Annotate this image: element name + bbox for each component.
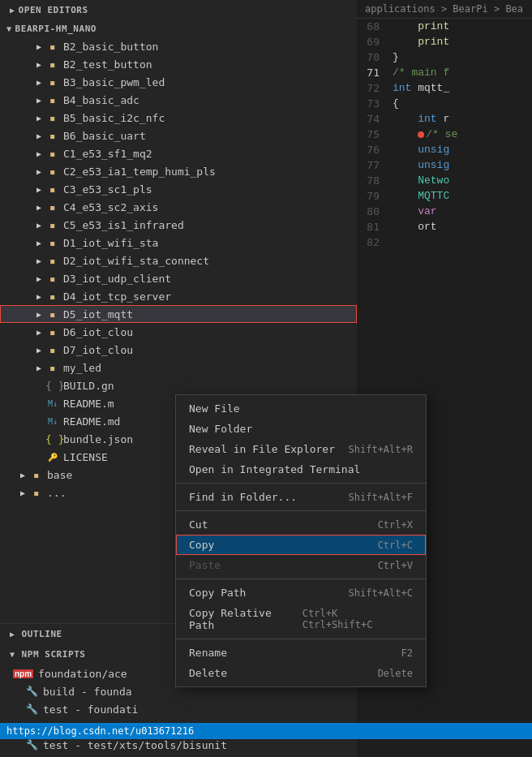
- tree-item-label: D3_iot_udp_client: [63, 273, 171, 285]
- folder-icon: ▪: [45, 166, 60, 178]
- chevron-icon: ▶: [32, 310, 45, 319]
- chevron-down-icon: ▼: [10, 650, 15, 659]
- tree-item-label: C4_e53_sc2_axis: [63, 201, 158, 213]
- ctx-find-folder[interactable]: Find in Folder... Shift+Alt+F: [176, 487, 357, 507]
- ctx-reveal-explorer[interactable]: Reveal in File Explorer Shift+Alt+R: [176, 439, 357, 459]
- tree-item-label: base: [47, 469, 72, 481]
- line-num: 69: [363, 34, 380, 49]
- chevron-right-icon: ▶: [10, 6, 15, 15]
- ctx-label: Copy Path: [189, 587, 246, 599]
- tree-item-build-gn[interactable]: ▶ { } BUILD.gn: [0, 376, 357, 394]
- chevron-icon: ▶: [32, 346, 45, 355]
- ctx-separator-2: [176, 510, 357, 511]
- folder-icon: ▪: [45, 94, 60, 106]
- code-line-70: }: [393, 49, 526, 65]
- tree-item-C1[interactable]: ▶ ▪ C1_e53_sf1_mq2: [0, 144, 357, 162]
- chevron-icon: ▶: [32, 114, 45, 123]
- breakpoint-dot: [418, 131, 424, 138]
- ctx-shortcut: Shift+Alt+R: [349, 444, 357, 455]
- code-line-77: /* se: [393, 127, 526, 142]
- chevron-icon: ▶: [32, 167, 45, 176]
- tree-item-B6[interactable]: ▶ ▪ B6_basic_uart: [0, 127, 357, 144]
- npm-test-foundation[interactable]: 🔧 test - foundati: [0, 700, 357, 718]
- code-line-68: print: [393, 19, 526, 34]
- npm-script-label: build - founda: [43, 686, 132, 698]
- tree-item-C2[interactable]: ▶ ▪ C2_e53_ia1_temp_humi_pls: [0, 162, 357, 180]
- chevron-icon: ▶: [32, 96, 45, 105]
- ctx-label: Rename: [189, 647, 227, 659]
- tree-item-C5[interactable]: ▶ ▪ C5_e53_is1_infrared: [0, 216, 357, 234]
- file-icon: 🔑: [45, 453, 60, 462]
- folder-icon: ▪: [45, 308, 60, 320]
- tree-item-my-led[interactable]: ▶ ▪ my_led: [0, 359, 357, 376]
- ctx-rename[interactable]: Rename F2: [176, 643, 357, 663]
- tree-item-C4[interactable]: ▶ ▪ C4_e53_sc2_axis: [0, 198, 357, 216]
- tree-item-D4[interactable]: ▶ ▪ D4_iot_tcp_server: [0, 287, 357, 305]
- ctx-label: Paste: [189, 559, 221, 571]
- line-num: 70: [363, 49, 380, 65]
- ctx-label: Cut: [189, 518, 208, 531]
- ctx-new-file[interactable]: New File: [176, 398, 357, 419]
- tree-item-D7[interactable]: ▶ ▪ D7_iot_clou: [0, 341, 357, 359]
- folder-icon: ▪: [29, 487, 44, 499]
- tree-item-B4[interactable]: ▶ ▪ B4_basic_adc: [0, 91, 357, 109]
- tree-item-C3[interactable]: ▶ ▪ C3_e53_sc1_pls: [0, 180, 357, 198]
- tree-item-label: D1_iot_wifi_sta: [63, 237, 158, 249]
- ctx-cut[interactable]: Cut Ctrl+X: [176, 514, 357, 535]
- ctx-separator-1: [176, 483, 357, 484]
- folder-icon: ▪: [45, 41, 60, 53]
- ctx-delete[interactable]: Delete Delete: [176, 663, 357, 683]
- project-header[interactable]: ▼ BEARPI-HM_NANO: [0, 20, 357, 37]
- folder-icon: ▪: [45, 219, 60, 231]
- tree-item-label: D4_iot_tcp_server: [63, 290, 171, 303]
- tree-item-label: B4_basic_adc: [63, 94, 139, 106]
- ctx-open-terminal[interactable]: Open in Integrated Terminal: [176, 459, 357, 480]
- folder-icon: ▪: [45, 130, 60, 142]
- tree-item-D3[interactable]: ▶ ▪ D3_iot_udp_client: [0, 269, 357, 287]
- ctx-shortcut: Ctrl+K Ctrl+Shift+C: [302, 608, 357, 630]
- ctx-label: Copy Relative Path: [189, 607, 302, 631]
- tree-item-B2-test-button[interactable]: ▶ ▪ B2_test_button: [0, 55, 357, 73]
- npm-script-label: test - test/xts/tools/bisunit: [43, 739, 227, 751]
- line-num: 74: [363, 111, 380, 127]
- code-line-73: int mqtt_: [393, 80, 526, 96]
- ctx-label: Delete: [189, 667, 227, 679]
- chevron-icon: ▶: [32, 292, 45, 301]
- tree-item-D1[interactable]: ▶ ▪ D1_iot_wifi_sta: [0, 234, 357, 252]
- wrench-icon: 🔧: [26, 703, 38, 715]
- ctx-copy-path[interactable]: Copy Path Shift+Alt+C: [176, 583, 357, 603]
- tree-item-label: README.m: [63, 398, 114, 410]
- tree-item-B3[interactable]: ▶ ▪ B3_basic_pwm_led: [0, 73, 357, 91]
- npm-script-label: test - foundati: [43, 703, 138, 716]
- folder-icon: ▪: [45, 344, 60, 356]
- ctx-copy-relative-path[interactable]: Copy Relative Path Ctrl+K Ctrl+Shift+C: [176, 603, 357, 635]
- code-line-81: Netwo: [393, 173, 526, 188]
- tree-item-D2[interactable]: ▶ ▪ D2_iot_wifi_sta_connect: [0, 252, 357, 269]
- code-line-83: var: [393, 204, 526, 219]
- tree-item-D6[interactable]: ▶ ▪ D6_iot_clou: [0, 323, 357, 341]
- line-num: 82: [363, 234, 380, 250]
- tree-item-label: D6_iot_clou: [63, 326, 133, 338]
- tree-item-B2-basic-button[interactable]: ▶ ▪ B2_basic_button: [0, 37, 357, 55]
- code-line-79: unsig: [393, 157, 526, 173]
- ctx-shortcut: Shift+Alt+F: [349, 492, 357, 503]
- tree-item-label: BUILD.gn: [63, 380, 114, 392]
- code-line-69: print: [393, 34, 526, 49]
- chevron-icon: ▶: [32, 328, 45, 337]
- open-editors-header[interactable]: ▶ OPEN EDITORS: [0, 0, 357, 20]
- ctx-copy[interactable]: Copy Ctrl+C: [176, 535, 357, 555]
- tree-item-D5[interactable]: ▶ ▪ D5_iot_mqtt: [0, 305, 357, 323]
- tree-item-label: C5_e53_is1_infrared: [63, 219, 184, 231]
- tree-item-B5[interactable]: ▶ ▪ B5_basic_i2c_nfc: [0, 109, 357, 127]
- ctx-label: New Folder: [189, 423, 252, 435]
- chevron-right-icon: ▶: [10, 630, 15, 639]
- ctx-separator-3: [176, 579, 357, 579]
- ctx-new-folder[interactable]: New Folder: [176, 419, 357, 439]
- folder-icon: ▪: [45, 112, 60, 124]
- chevron-icon: ▶: [16, 471, 29, 480]
- chevron-icon: ▶: [32, 60, 45, 69]
- file-icon: { }: [45, 433, 60, 445]
- chevron-icon: ▶: [32, 185, 45, 194]
- chevron-icon: ▶: [32, 363, 45, 372]
- chevron-icon: ▶: [32, 42, 45, 51]
